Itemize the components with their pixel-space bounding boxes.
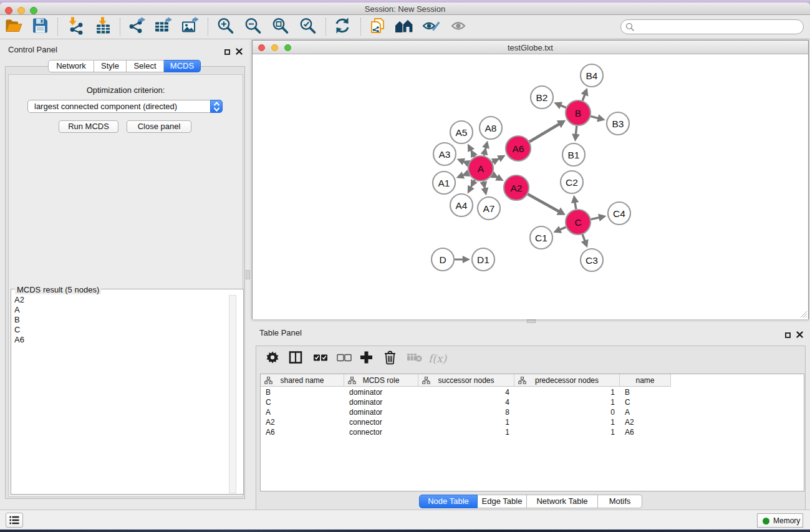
- cell-successor-nodes[interactable]: 8: [418, 407, 514, 417]
- cell-MCDS-role[interactable]: dominator: [344, 397, 418, 407]
- vertical-split-handle[interactable]: [246, 270, 250, 279]
- control-tab-select[interactable]: Select: [127, 60, 164, 72]
- table-tab-motifs[interactable]: Motifs: [598, 495, 642, 508]
- delete-table-icon[interactable]: [407, 352, 422, 365]
- edge-B-B4[interactable]: [581, 88, 589, 101]
- cell-name[interactable]: C: [620, 397, 671, 407]
- close-panel-button[interactable]: Close panel: [127, 120, 191, 133]
- save-session-icon[interactable]: [32, 17, 49, 37]
- graph-node-C1[interactable]: C1: [530, 226, 552, 249]
- graph-node-A7[interactable]: A7: [478, 197, 500, 220]
- control-tab-network[interactable]: Network: [48, 60, 94, 72]
- export-image-icon[interactable]: [180, 17, 199, 37]
- cell-MCDS-role[interactable]: dominator: [344, 387, 418, 397]
- app-titlebar[interactable]: Session: New Session: [0, 2, 810, 15]
- graph-node-B3[interactable]: B3: [607, 112, 629, 135]
- edge-A-A4[interactable]: [468, 179, 478, 193]
- cell-successor-nodes[interactable]: 1: [418, 417, 514, 427]
- graph-node-A8[interactable]: A8: [480, 117, 502, 139]
- run-mcds-button[interactable]: Run MCDS: [59, 120, 118, 133]
- cell-predecessor-nodes[interactable]: 1: [514, 397, 620, 407]
- edge-C-C4[interactable]: [591, 214, 607, 221]
- import-network-icon[interactable]: [66, 17, 85, 37]
- cell-shared-name[interactable]: A6: [261, 427, 344, 437]
- edge-A-A7[interactable]: [480, 181, 488, 195]
- column-header-shared-name[interactable]: shared name: [261, 374, 344, 387]
- graph-node-D[interactable]: D: [432, 248, 454, 271]
- graph-node-A2[interactable]: A2: [504, 175, 529, 200]
- select-all-columns-icon[interactable]: [313, 353, 328, 364]
- mcds-result-item[interactable]: A6: [12, 335, 235, 345]
- table-row[interactable]: Bdominator41B: [261, 387, 804, 397]
- table-row[interactable]: Adominator80A: [261, 407, 804, 417]
- cell-predecessor-nodes[interactable]: 0: [514, 407, 620, 417]
- mcds-result-item[interactable]: A: [12, 305, 235, 315]
- edge-A6-B[interactable]: [529, 120, 566, 142]
- function-builder-icon[interactable]: f(x): [428, 352, 446, 365]
- graph-node-B[interactable]: B: [566, 100, 591, 125]
- graph-node-C[interactable]: C: [566, 210, 591, 235]
- graph-node-B1[interactable]: B1: [562, 143, 585, 166]
- column-header-predecessor-nodes[interactable]: predecessor nodes: [514, 374, 620, 387]
- apply-layout-icon[interactable]: [334, 17, 351, 37]
- cell-MCDS-role[interactable]: dominator: [344, 407, 418, 417]
- mcds-result-item[interactable]: A2: [12, 295, 235, 305]
- cell-predecessor-nodes[interactable]: 1: [514, 387, 620, 397]
- export-network-icon[interactable]: [127, 17, 146, 37]
- network-graph[interactable]: B4B2BB3A5A8A6A3B1AA1C2A2A4A7C4CC1C3DD1: [253, 54, 808, 319]
- zoom-in-icon[interactable]: [216, 17, 234, 37]
- column-header-successor-nodes[interactable]: successor nodes: [418, 374, 514, 387]
- cell-successor-nodes[interactable]: 4: [418, 397, 514, 407]
- memory-button[interactable]: Memory: [757, 513, 803, 528]
- new-network-from-selection-icon[interactable]: [369, 16, 387, 37]
- graph-node-D1[interactable]: D1: [472, 248, 494, 271]
- column-header-MCDS-role[interactable]: MCDS role: [344, 374, 418, 387]
- delete-columns-icon[interactable]: [383, 351, 397, 367]
- mcds-result-item[interactable]: C: [12, 325, 235, 335]
- table-row[interactable]: Cdominator41C: [261, 397, 804, 407]
- hide-selected-icon[interactable]: [422, 17, 441, 37]
- float-panel-icon[interactable]: [224, 49, 230, 55]
- edge-A2-C[interactable]: [528, 194, 566, 215]
- unselect-all-columns-icon[interactable]: [337, 353, 352, 364]
- edge-A-A5[interactable]: [468, 144, 478, 158]
- cell-MCDS-role[interactable]: connector: [344, 427, 418, 437]
- mcds-result-list[interactable]: A2ABCA6: [12, 295, 235, 493]
- table-tab-network-table[interactable]: Network Table: [527, 495, 598, 508]
- window-resize-grip[interactable]: [800, 311, 808, 318]
- create-column-icon[interactable]: [359, 351, 374, 367]
- table-tab-node-table[interactable]: Node Table: [419, 495, 478, 508]
- zoom-selected-icon[interactable]: [299, 17, 317, 37]
- graph-node-C3[interactable]: C3: [581, 249, 603, 271]
- column-header-name[interactable]: name: [620, 374, 671, 387]
- edge-C-C3[interactable]: [581, 235, 589, 248]
- zoom-fit-icon[interactable]: [271, 17, 289, 37]
- first-neighbors-icon[interactable]: [394, 17, 414, 36]
- table-options-icon[interactable]: [266, 351, 279, 367]
- table-row[interactable]: A6connector11A6: [261, 427, 804, 437]
- graph-node-C2[interactable]: C2: [561, 171, 583, 193]
- network-canvas[interactable]: B4B2BB3A5A8A6A3B1AA1C2A2A4A7C4CC1C3DD1: [253, 54, 808, 319]
- mcds-result-item[interactable]: B: [12, 315, 235, 325]
- cell-predecessor-nodes[interactable]: 1: [514, 417, 620, 427]
- cell-shared-name[interactable]: C: [261, 397, 344, 407]
- cell-predecessor-nodes[interactable]: 1: [514, 427, 620, 437]
- control-tab-mcds[interactable]: MCDS: [164, 60, 201, 72]
- edge-B-B2[interactable]: [554, 102, 566, 109]
- edge-C-C2[interactable]: [571, 195, 579, 210]
- cell-name[interactable]: A2: [620, 417, 671, 427]
- table-row[interactable]: A2connector11A2: [261, 417, 804, 427]
- edge-C-C1[interactable]: [553, 226, 566, 233]
- close-table-panel-icon[interactable]: [796, 329, 803, 341]
- cell-name[interactable]: A: [620, 407, 671, 417]
- float-table-panel-icon[interactable]: [785, 332, 791, 338]
- graph-node-B2[interactable]: B2: [531, 86, 553, 109]
- graph-node-A[interactable]: A: [468, 156, 493, 181]
- cell-shared-name[interactable]: B: [261, 387, 344, 397]
- graph-node-B4[interactable]: B4: [581, 64, 603, 87]
- cell-successor-nodes[interactable]: 4: [418, 387, 514, 397]
- show-panels-button[interactable]: [6, 513, 23, 528]
- cell-shared-name[interactable]: A: [261, 407, 344, 417]
- edge-A-A6[interactable]: [491, 155, 506, 165]
- import-table-icon[interactable]: [94, 17, 112, 37]
